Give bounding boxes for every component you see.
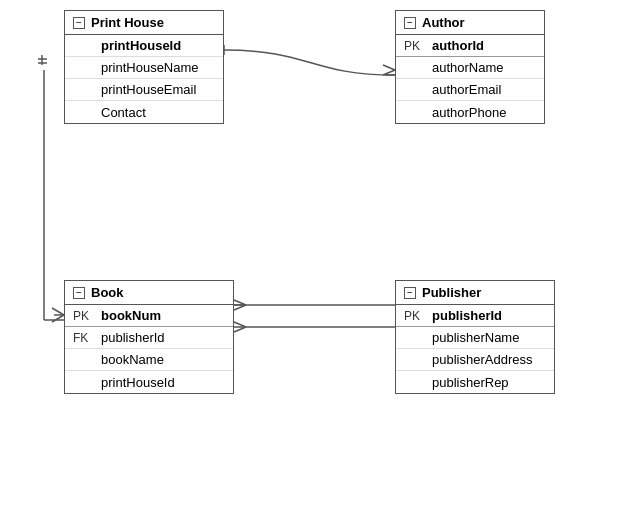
table-row: Contact — [65, 101, 223, 123]
table-row: printHouseEmail — [65, 79, 223, 101]
svg-line-5 — [52, 308, 64, 315]
table-row: authorPhone — [396, 101, 544, 123]
field-name: publisherId — [432, 308, 502, 323]
field-name: publisherId — [101, 330, 165, 345]
field-name: printHouseName — [101, 60, 199, 75]
table-row: authorEmail — [396, 79, 544, 101]
collapse-icon[interactable]: − — [73, 17, 85, 29]
table-row: bookName — [65, 349, 233, 371]
table-row: printHouseName — [65, 57, 223, 79]
table-row: publisherAddress — [396, 349, 554, 371]
svg-line-11 — [383, 70, 395, 75]
print-house-header: − Print House — [65, 11, 223, 35]
table-row: publisherName — [396, 327, 554, 349]
field-name: printHouseId — [101, 38, 181, 53]
book-title: Book — [91, 285, 124, 300]
field-name: authorName — [432, 60, 504, 75]
field-name: printHouseId — [101, 375, 175, 390]
svg-line-15 — [234, 305, 246, 310]
field-name: publisherAddress — [432, 352, 532, 367]
collapse-icon[interactable]: − — [73, 287, 85, 299]
author-table: − Author PK authorId authorName authorEm… — [395, 10, 545, 124]
print-house-table: − Print House printHouseId printHouseNam… — [64, 10, 224, 124]
key-label: PK — [404, 39, 432, 53]
author-title: Author — [422, 15, 465, 30]
publisher-title: Publisher — [422, 285, 481, 300]
erd-diagram: − Print House printHouseId printHouseNam… — [0, 0, 623, 508]
author-header: − Author — [396, 11, 544, 35]
print-house-title: Print House — [91, 15, 164, 30]
field-name: bookName — [101, 352, 164, 367]
key-label: PK — [73, 309, 101, 323]
table-row: publisherRep — [396, 371, 554, 393]
table-row: FK publisherId — [65, 327, 233, 349]
svg-line-20 — [234, 322, 246, 327]
table-row: PK authorId — [396, 35, 544, 57]
collapse-icon[interactable]: − — [404, 17, 416, 29]
field-name: printHouseEmail — [101, 82, 196, 97]
field-name: authorEmail — [432, 82, 501, 97]
svg-line-14 — [234, 300, 246, 305]
field-name: Contact — [101, 105, 146, 120]
field-name: bookNum — [101, 308, 161, 323]
publisher-table: − Publisher PK publisherId publisherName… — [395, 280, 555, 394]
author-rows: PK authorId authorName authorEmail autho… — [396, 35, 544, 123]
key-label: FK — [73, 331, 101, 345]
svg-line-10 — [383, 65, 395, 70]
field-name: authorId — [432, 38, 484, 53]
key-label: PK — [404, 309, 432, 323]
field-name: publisherName — [432, 330, 519, 345]
table-row: authorName — [396, 57, 544, 79]
table-row: printHouseId — [65, 35, 223, 57]
collapse-icon[interactable]: − — [404, 287, 416, 299]
svg-line-21 — [234, 327, 246, 332]
print-house-rows: printHouseId printHouseName printHouseEm… — [65, 35, 223, 123]
field-name: publisherRep — [432, 375, 509, 390]
book-rows: PK bookNum FK publisherId bookName print… — [65, 305, 233, 393]
table-row: PK publisherId — [396, 305, 554, 327]
publisher-rows: PK publisherId publisherName publisherAd… — [396, 305, 554, 393]
publisher-header: − Publisher — [396, 281, 554, 305]
svg-line-6 — [52, 315, 64, 322]
table-row: PK bookNum — [65, 305, 233, 327]
field-name: authorPhone — [432, 105, 506, 120]
book-table: − Book PK bookNum FK publisherId bookNam… — [64, 280, 234, 394]
book-header: − Book — [65, 281, 233, 305]
table-row: printHouseId — [65, 371, 233, 393]
